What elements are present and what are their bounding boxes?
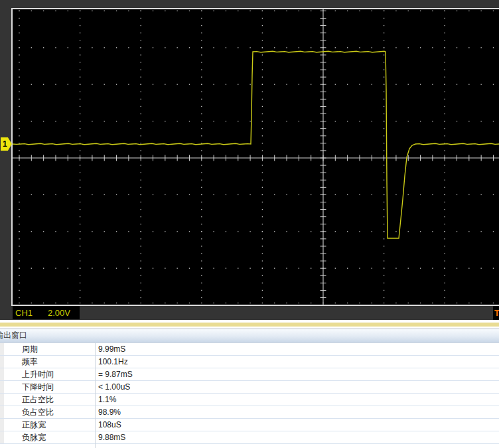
channel1-label: CH1 [15, 308, 33, 318]
measurement-label: 频率 [22, 356, 38, 368]
scope-display[interactable] [11, 8, 499, 306]
measurement-value: 98.9% [98, 407, 121, 418]
measurement-label: 正脉宽 [22, 419, 46, 431]
measurement-value: 9.99mS [98, 344, 125, 355]
measurement-value: = 9.87mS [98, 369, 133, 380]
measurement-value: < 1.00uS [98, 382, 130, 393]
output-window-header: 输出窗口 [0, 329, 499, 342]
measurement-row[interactable]: 频率100.1Hz [0, 356, 499, 368]
measurement-row[interactable]: 正脉宽108uS [0, 419, 499, 431]
panel-splitter[interactable] [0, 323, 499, 327]
measurement-label: 负脉宽 [22, 432, 46, 443]
ch1-waveform-trace [13, 51, 499, 238]
channel1-volts-per-div: 2.00V [48, 308, 70, 318]
output-window-title: 输出窗口 [0, 331, 27, 340]
measurement-table: 周期9.99mS频率100.1Hz上升时间= 9.87mS下降时间< 1.00u… [0, 342, 499, 448]
measurement-row[interactable]: 负脉宽9.88mS [0, 431, 499, 444]
measurement-label: 正占空比 [22, 394, 54, 406]
table-column-divider [95, 343, 96, 448]
measurement-value: 1.1% [98, 394, 116, 406]
measurement-label: 上升时间 [22, 369, 54, 380]
oscilloscope-panel: 1 CH1 2.00V T [0, 0, 499, 320]
channel1-ground-marker[interactable]: 1 [1, 137, 12, 151]
channel1-badge[interactable]: CH1 2.00V [13, 306, 80, 319]
measurement-label: 负占空比 [22, 407, 54, 418]
scope-grid-and-trace [13, 9, 499, 305]
measurement-value: 108uS [98, 419, 121, 431]
dc-coupling-icon [35, 311, 43, 316]
measurement-row[interactable]: 正占空比1.1% [0, 394, 499, 406]
measurement-row[interactable]: 周期9.99mS [0, 343, 499, 356]
measurement-label: 下降时间 [22, 382, 54, 393]
measurement-value: 100.1Hz [98, 356, 128, 368]
measurement-row[interactable]: 负占空比98.9% [0, 406, 499, 419]
measurement-value: 9.88mS [98, 432, 125, 443]
measurement-row[interactable]: 上升时间= 9.87mS [0, 368, 499, 381]
measurement-label: 周期 [22, 344, 38, 355]
trigger-indicator[interactable]: T [493, 306, 499, 320]
measurement-row[interactable]: 下降时间< 1.00uS [0, 381, 499, 394]
